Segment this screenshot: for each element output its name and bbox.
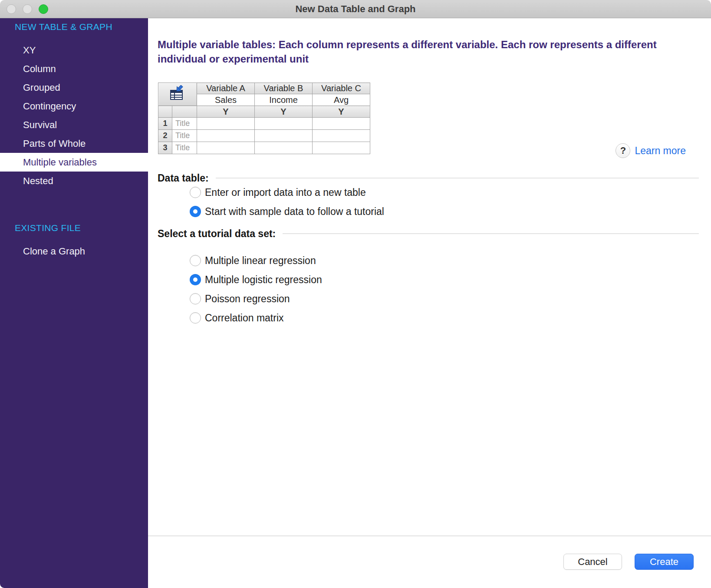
- col-role: Y: [255, 106, 313, 118]
- page-title: Multiple variable tables: Each column re…: [158, 37, 657, 66]
- row-number: 2: [158, 130, 172, 142]
- row-title-placeholder: Title: [172, 118, 197, 130]
- help-icon[interactable]: ?: [616, 143, 630, 158]
- sidebar: NEW TABLE & GRAPH XY Column Grouped Cont…: [0, 18, 148, 588]
- empty-cell: [255, 130, 313, 142]
- tutorial-section-header: Select a tutorial data set:: [158, 227, 699, 241]
- cancel-button[interactable]: Cancel: [563, 554, 622, 570]
- empty-cell: [313, 118, 370, 130]
- radio-start-with-sample-data[interactable]: Start with sample data to follow a tutor…: [190, 205, 384, 218]
- section-divider: [216, 178, 699, 178]
- empty-cell: [313, 130, 370, 142]
- window-title: New Data Table and Graph: [0, 0, 711, 18]
- sidebar-item-column[interactable]: Column: [0, 59, 148, 78]
- radio-multiple-logistic-regression[interactable]: Multiple logistic regression: [190, 273, 322, 286]
- radio-poisson-regression[interactable]: Poisson regression: [190, 292, 290, 305]
- row-number: 1: [158, 118, 172, 130]
- radio-label: Poisson regression: [205, 293, 290, 305]
- empty-cell: [197, 130, 255, 142]
- col-header: Variable C: [313, 83, 370, 94]
- titlebar: New Data Table and Graph: [0, 0, 711, 18]
- sidebar-item-grouped[interactable]: Grouped: [0, 78, 148, 97]
- radio-circle-selected[interactable]: [190, 274, 201, 285]
- radio-circle[interactable]: [190, 312, 201, 324]
- corner-cell: [158, 106, 172, 118]
- create-button[interactable]: Create: [635, 554, 694, 570]
- row-title-placeholder: Title: [172, 142, 197, 154]
- radio-multiple-linear-regression[interactable]: Multiple linear regression: [190, 254, 316, 267]
- col-role: Y: [197, 106, 255, 118]
- radio-label: Enter or import data into a new table: [205, 187, 366, 198]
- col-header: Variable A: [197, 83, 255, 94]
- main-panel: Multiple variable tables: Each column re…: [148, 18, 711, 588]
- empty-cell: [197, 118, 255, 130]
- new-data-table-dialog: New Data Table and Graph NEW TABLE & GRA…: [0, 0, 711, 588]
- sidebar-item-multiple-variables[interactable]: Multiple variables: [0, 153, 148, 172]
- section-divider: [283, 233, 699, 234]
- radio-label: Start with sample data to follow a tutor…: [205, 206, 384, 218]
- empty-cell: [197, 142, 255, 154]
- row-title-placeholder: Title: [172, 130, 197, 142]
- radio-label: Multiple linear regression: [205, 255, 316, 267]
- sidebar-item-parts-of-whole[interactable]: Parts of Whole: [0, 134, 148, 153]
- col-subtitle: Avg: [313, 94, 370, 106]
- empty-cell: [255, 142, 313, 154]
- footer-buttons: Cancel Create: [563, 554, 694, 570]
- data-table-section-header: Data table:: [158, 171, 699, 185]
- footer-divider: [148, 535, 711, 536]
- radio-enter-or-import[interactable]: Enter or import data into a new table: [190, 186, 366, 199]
- radio-label: Correlation matrix: [205, 312, 284, 324]
- radio-circle[interactable]: [190, 293, 201, 304]
- table-import-icon: [158, 83, 197, 106]
- col-subtitle: Sales: [197, 94, 255, 106]
- col-role: Y: [313, 106, 370, 118]
- tutorial-label: Select a tutorial data set:: [158, 228, 276, 240]
- sidebar-item-nested[interactable]: Nested: [0, 172, 148, 190]
- row-number: 3: [158, 142, 172, 154]
- sidebar-item-survival[interactable]: Survival: [0, 116, 148, 134]
- empty-cell: [255, 118, 313, 130]
- learn-more: ? Learn more: [616, 143, 686, 158]
- sidebar-section-new-table: NEW TABLE & GRAPH: [15, 22, 148, 32]
- data-table-label: Data table:: [158, 172, 209, 184]
- radio-label: Multiple logistic regression: [205, 274, 322, 286]
- sidebar-item-clone-a-graph[interactable]: Clone a Graph: [0, 242, 148, 261]
- empty-cell: [313, 142, 370, 154]
- col-header: Variable B: [255, 83, 313, 94]
- radio-circle[interactable]: [190, 187, 201, 198]
- learn-more-link[interactable]: Learn more: [635, 145, 686, 157]
- col-subtitle: Income: [255, 94, 313, 106]
- sidebar-item-xy[interactable]: XY: [0, 41, 148, 59]
- radio-correlation-matrix[interactable]: Correlation matrix: [190, 311, 284, 324]
- preview-table: Variable A Variable B Variable C Sales I…: [158, 83, 370, 154]
- sidebar-item-contingency[interactable]: Contingency: [0, 97, 148, 116]
- corner-cell: [172, 106, 197, 118]
- radio-circle[interactable]: [190, 255, 201, 266]
- sidebar-section-existing-file: EXISTING FILE: [15, 223, 148, 233]
- radio-circle-selected[interactable]: [190, 206, 201, 217]
